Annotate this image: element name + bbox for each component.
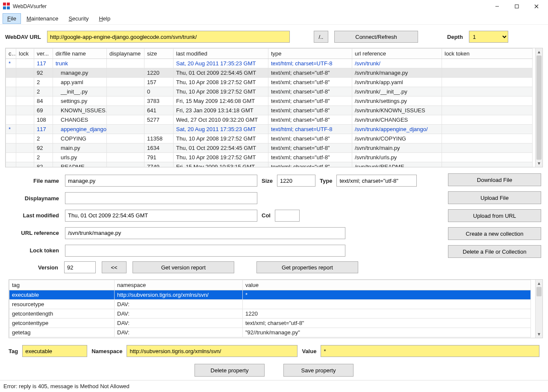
version-input[interactable]: [64, 261, 96, 273]
property-row[interactable]: getcontentlengthDAV:1220: [9, 309, 531, 319]
scroll-up-icon[interactable]: ▲: [536, 48, 542, 56]
get-version-report-button[interactable]: Get version report: [133, 261, 234, 273]
delete-file-button[interactable]: Delete a File or Collection: [448, 245, 541, 258]
version-back-button[interactable]: <<: [102, 261, 127, 273]
col-displayname[interactable]: displayname: [107, 49, 144, 59]
action-buttons: Download File Upload File Upload from UR…: [434, 173, 541, 258]
col-url[interactable]: url reference: [352, 49, 442, 59]
urlref-input[interactable]: [65, 227, 345, 239]
size-input[interactable]: [277, 175, 315, 187]
properties-header: tag namespace value: [9, 280, 531, 290]
urlref-label: URL reference: [3, 230, 61, 236]
parent-dir-button[interactable]: /..: [314, 31, 328, 43]
svg-rect-1: [7, 3, 10, 6]
scroll-thumb[interactable]: [536, 56, 542, 160]
size-label: Size: [262, 178, 273, 184]
table-row[interactable]: 92main.py1634Thu, 01 Oct 2009 22:54:45 G…: [6, 143, 533, 153]
menu-help[interactable]: Help: [94, 13, 115, 24]
maximize-button[interactable]: [507, 0, 527, 13]
type-label: Type: [320, 178, 332, 184]
locktoken-label: Lock token: [3, 247, 61, 254]
svg-rect-0: [3, 3, 6, 6]
pcol-namespace[interactable]: namespace: [115, 280, 243, 290]
propedit-ns-label: Namespace: [91, 348, 122, 354]
file-table-header: c.. lock ver... dir/file name displaynam…: [6, 49, 533, 59]
col-lock[interactable]: lock: [16, 49, 34, 59]
svg-rect-3: [7, 6, 10, 9]
scroll-thumb[interactable]: [536, 287, 542, 296]
upload-from-url-button[interactable]: Upload from URL: [448, 209, 541, 222]
table-row[interactable]: *117trunkSat, 20 Aug 2011 17:35:23 GMTte…: [6, 59, 533, 68]
col-input[interactable]: [275, 210, 300, 222]
filename-label: File name: [3, 178, 61, 184]
window-title: WebDAVsurfer: [13, 3, 47, 9]
table-row[interactable]: 84settings.py3783Fri, 15 May 2009 12:46:…: [6, 97, 533, 106]
depth-label: Depth: [447, 34, 463, 40]
col-cat[interactable]: c..: [6, 49, 16, 59]
url-toolbar: WebDAV URL /.. Connect/Refresh Depth 1: [0, 25, 548, 45]
property-row[interactable]: resourcetypeDAV:: [9, 300, 531, 309]
minimize-button[interactable]: [487, 0, 507, 13]
menu-security[interactable]: Security: [64, 13, 93, 24]
close-button[interactable]: [527, 0, 546, 13]
table-row[interactable]: 2urls.py791Thu, 10 Apr 2008 19:27:52 GMT…: [6, 153, 533, 162]
url-label: WebDAV URL: [5, 34, 41, 40]
download-file-button[interactable]: Download File: [448, 173, 541, 186]
property-row[interactable]: getetagDAV:"92//trunk/manage.py": [9, 328, 531, 337]
file-table: c.. lock ver... dir/file name displaynam…: [5, 48, 543, 167]
pcol-tag[interactable]: tag: [9, 280, 115, 290]
save-property-button[interactable]: Save property: [283, 364, 354, 377]
property-buttons: Delete property Save property: [0, 359, 548, 380]
get-properties-report-button[interactable]: Get properties report: [256, 261, 358, 273]
property-row[interactable]: executablehttp://subversion.tigris.org/x…: [9, 290, 531, 300]
table-row[interactable]: 2app.yaml157Thu, 10 Apr 2008 19:27:52 GM…: [6, 78, 533, 87]
locktoken-input[interactable]: [65, 245, 345, 257]
displayname-input[interactable]: [65, 192, 257, 204]
table-row[interactable]: 2__init__.py0Thu, 10 Apr 2008 19:27:52 G…: [6, 87, 533, 97]
connect-refresh-button[interactable]: Connect/Refresh: [334, 31, 418, 43]
file-table-scrollbar[interactable]: ▲ ▼: [535, 48, 542, 167]
pcol-value[interactable]: value: [243, 280, 531, 290]
table-row[interactable]: 82README7749Fri, 15 May 2009 10:53:15 GM…: [6, 162, 533, 168]
version-row: Version << Get version report Get proper…: [0, 260, 548, 275]
detail-panel: File name Size Type Download File Upload…: [0, 167, 548, 260]
svg-rect-2: [3, 6, 6, 9]
propedit-ns-input[interactable]: [127, 345, 298, 357]
propedit-value-label: Value: [302, 348, 316, 354]
type-input[interactable]: [336, 175, 417, 187]
statusbar: Error: reply is 405, message is Method N…: [0, 380, 548, 392]
col-type[interactable]: type: [268, 49, 352, 59]
table-row[interactable]: 2COPYING11358Thu, 10 Apr 2008 19:27:52 G…: [6, 134, 533, 143]
url-input[interactable]: [47, 31, 290, 43]
displayname-label: Displayname: [3, 195, 61, 202]
upload-file-button[interactable]: Upload File: [448, 191, 541, 204]
col-version[interactable]: ver...: [34, 49, 53, 59]
scroll-down-icon[interactable]: ▼: [536, 160, 542, 167]
create-collection-button[interactable]: Create a new collection: [448, 227, 541, 240]
propedit-tag-input[interactable]: [22, 345, 87, 357]
app-icon: [3, 2, 10, 11]
table-row[interactable]: 69KNOWN_ISSUES641Fri, 23 Jan 2009 13:14:…: [6, 106, 533, 115]
delete-property-button[interactable]: Delete property: [194, 364, 265, 377]
modified-input[interactable]: [65, 210, 257, 222]
col-size[interactable]: size: [144, 49, 174, 59]
filename-input[interactable]: [65, 175, 257, 187]
scroll-down-icon[interactable]: ▼: [536, 331, 542, 338]
depth-select[interactable]: 1: [469, 31, 508, 43]
property-row[interactable]: getcontenttypeDAV:text/xml; charset="utf…: [9, 319, 531, 328]
col-name[interactable]: dir/file name: [53, 49, 107, 59]
scroll-up-icon[interactable]: ▲: [536, 280, 542, 287]
table-row[interactable]: 108CHANGES5277Wed, 27 Oct 2010 09:32:20 …: [6, 115, 533, 125]
table-row[interactable]: *117appengine_djangoSat, 20 Aug 2011 17:…: [6, 125, 533, 134]
svg-rect-5: [515, 5, 519, 8]
col-label: Col: [262, 212, 271, 219]
menu-maintenance[interactable]: Maintenance: [22, 13, 63, 24]
propedit-value-input[interactable]: [321, 345, 539, 357]
properties-scrollbar[interactable]: ▲ ▼: [535, 280, 542, 338]
menu-file[interactable]: File: [3, 13, 21, 24]
titlebar: WebDAVsurfer: [0, 0, 548, 13]
table-row[interactable]: 92manage.py1220Thu, 01 Oct 2009 22:54:45…: [6, 68, 533, 78]
propedit-tag-label: Tag: [9, 348, 18, 354]
col-token[interactable]: lock token: [442, 49, 533, 59]
col-modified[interactable]: last modified: [174, 49, 268, 59]
